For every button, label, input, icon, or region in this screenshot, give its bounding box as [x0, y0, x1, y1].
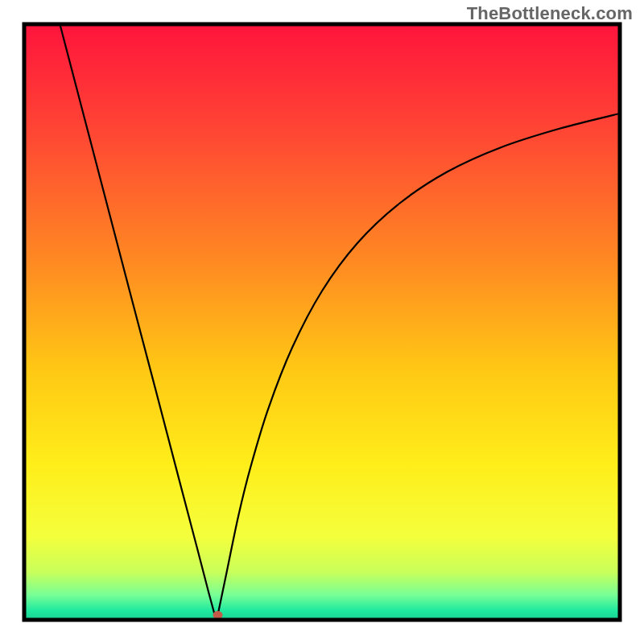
chart-container: TheBottleneck.com — [0, 0, 644, 644]
watermark-label: TheBottleneck.com — [467, 3, 633, 24]
plot-background — [24, 24, 620, 620]
bottleneck-chart — [0, 0, 644, 644]
